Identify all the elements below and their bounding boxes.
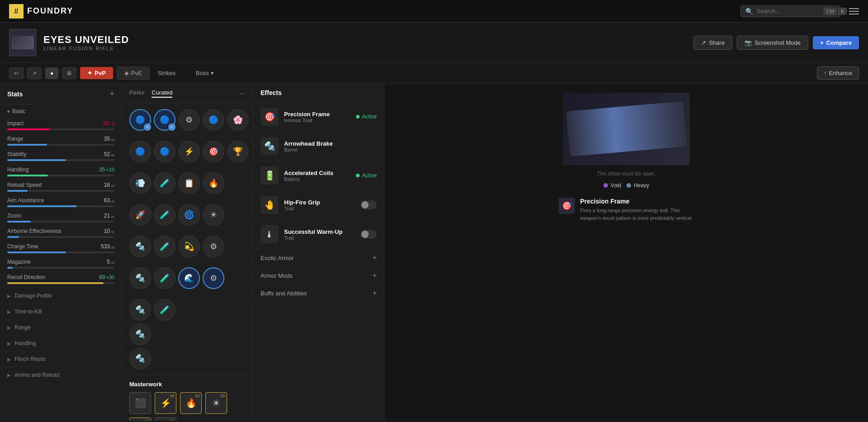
perk-slot[interactable]: 🎯	[203, 141, 224, 162]
toggle-switch[interactable]	[360, 230, 377, 239]
share-button[interactable]: ↗ Share	[693, 36, 732, 50]
perk-slot[interactable]: 🔵	[154, 141, 175, 162]
tab-pvp[interactable]: ✦ PvP	[80, 67, 113, 79]
undo-button[interactable]: ↩	[9, 67, 24, 79]
view-mode-grid[interactable]: ⊞	[62, 67, 76, 79]
perk-detail-name: Precision Frame	[580, 198, 694, 205]
basic-section-toggle[interactable]: ▾ Basic	[0, 104, 122, 119]
toggle-switch[interactable]	[360, 200, 377, 209]
effect-add-icon[interactable]: +	[373, 254, 377, 262]
mw-slot-sun[interactable]: 10☀	[205, 392, 227, 414]
share-tool-button[interactable]: ↗	[27, 67, 42, 79]
pvp-icon: ✦	[87, 70, 92, 76]
view-mode-circle[interactable]: ●	[45, 67, 58, 79]
mw-slot-empty[interactable]: ⬛	[129, 392, 151, 414]
stat-row: Range 35₀₀	[0, 134, 122, 149]
mw-level: 10	[170, 419, 174, 421]
perk-slot[interactable]: 💫	[178, 236, 200, 257]
perk-slot[interactable]: 🔩	[129, 236, 151, 257]
effect-sub: Trait	[284, 206, 355, 211]
stats-header: Stats +	[0, 84, 122, 104]
enhance-button[interactable]: ↑ Enhance	[817, 66, 859, 80]
perk-slot[interactable]: 🔩	[129, 299, 151, 321]
effect-section-buffs-and-abilities[interactable]: Buffs and Abilities +	[253, 284, 384, 302]
perk-slot[interactable]: ⚡	[178, 141, 200, 162]
perk-slot[interactable]: 🚀	[129, 204, 151, 226]
stat-section-time-to-kill[interactable]: ▶Time-to-Kill	[0, 303, 122, 319]
stat-section-range[interactable]: ▶Range	[0, 319, 122, 335]
tab-perks[interactable]: Perks	[129, 89, 144, 98]
tab-pve[interactable]: ◈ PvE	[117, 66, 150, 80]
stat-bar	[7, 282, 114, 284]
mw-level: 10	[220, 394, 225, 398]
stat-row: Stability 52₀₀	[0, 149, 122, 165]
weapon-header: EYES UNVEILED LINEAR FUSION RIFLE ↗ Shar…	[0, 23, 868, 63]
stat-section-flinch-resist[interactable]: ▶Flinch Resist	[0, 351, 122, 367]
effect-sub: Battery	[284, 176, 351, 182]
stat-section-damage-profile[interactable]: ▶Damage Profile	[0, 288, 122, 303]
perk-slot[interactable]: 🔥	[203, 172, 224, 194]
perk-slot[interactable]: 🔵	[203, 109, 224, 131]
perk-slot-selected[interactable]: 🌊	[178, 267, 200, 289]
stats-add-button[interactable]: +	[109, 89, 114, 99]
stat-value: 35+10	[99, 166, 114, 173]
perk-slot[interactable]: 🌸	[227, 109, 249, 131]
tag-heavy: Heavy	[626, 182, 649, 189]
perk-slot[interactable]: 🏆	[227, 141, 249, 162]
screenshot-button[interactable]: 📷 Screenshot Mode	[737, 36, 808, 50]
preview-panel: The show must be seen. Void Heavy 🎯 Prec…	[384, 84, 868, 421]
stat-section-handling[interactable]: ▶Handling	[0, 335, 122, 351]
mw-slot-gear[interactable]: 10🔩	[155, 417, 176, 421]
stat-label: Reload Speed	[7, 182, 42, 188]
effect-section-armor-mods[interactable]: Armor Mods +	[253, 267, 384, 284]
perk-slot[interactable]: 🔵	[154, 109, 175, 131]
mw-slot-bolt[interactable]: 10⚡	[129, 417, 151, 421]
stat-label: Handling	[7, 166, 28, 173]
perk-slot[interactable]: 🔵	[129, 141, 151, 162]
perk-slot[interactable]: ☀	[203, 204, 224, 226]
perk-slot[interactable]: 🧪	[154, 299, 175, 321]
effect-name: Arrowhead Brake	[284, 140, 377, 147]
perk-slot[interactable]: ⚙	[178, 109, 200, 131]
active-badge: Active	[356, 114, 377, 120]
header-actions: ↗ Share 📷 Screenshot Mode + Compare	[693, 36, 859, 50]
perk-slot[interactable]: 🔩	[129, 348, 151, 370]
search-input[interactable]	[757, 8, 820, 14]
perk-slot-selected[interactable]: ⚙	[203, 267, 224, 289]
effect-section-exotic-armor[interactable]: Exotic Armor +	[253, 249, 384, 267]
main-layout: Stats + ▾ Basic Impact 38-3 Range 35₀₀	[0, 84, 868, 421]
stat-bar	[7, 251, 114, 253]
mw-slot-speed[interactable]: 10⚡	[155, 392, 176, 414]
mw-slot-fire[interactable]: 10🔥	[180, 392, 202, 414]
hamburger-menu[interactable]	[849, 8, 859, 14]
stats-title: Stats	[7, 90, 23, 98]
compare-button[interactable]: + Compare	[813, 36, 859, 49]
perk-slot[interactable]: 🔩	[129, 323, 151, 345]
perk-slot[interactable]: 📋	[178, 172, 200, 194]
tab-curated[interactable]: Curated	[152, 89, 172, 98]
perk-slot[interactable]: 🔵	[129, 109, 151, 131]
perk-slot[interactable]: 🔩	[129, 267, 151, 289]
section-label: Handling	[14, 340, 36, 346]
effect-info: Accelerated Coils Battery	[284, 170, 351, 182]
perk-slot[interactable]: 💨	[129, 172, 151, 194]
tab-boss[interactable]: Boss ▾	[191, 67, 218, 79]
perk-slot[interactable]: 🧪	[154, 236, 175, 257]
tab-strikes[interactable]: Strikes	[153, 67, 180, 79]
perk-slot[interactable]: 🌀	[178, 204, 200, 226]
perks-more-button[interactable]: ···	[240, 90, 246, 98]
perk-slot[interactable]: 🧪	[154, 172, 175, 194]
effect-item: 🔋 Accelerated Coils Battery Active	[253, 161, 384, 190]
stat-row: Reload Speed 18₀₀	[0, 180, 122, 195]
stat-row: Magazine 5₀₀	[0, 257, 122, 272]
active-dot	[356, 115, 360, 119]
perk-slot[interactable]: 🧪	[154, 204, 175, 226]
stat-section-ammo-and-reload[interactable]: ▶Ammo and Reload	[0, 367, 122, 383]
stat-rows: Impact 38-3 Range 35₀₀ Stability	[0, 119, 122, 242]
search-bar[interactable]: 🔍 Ctrl K	[740, 5, 840, 17]
perk-slot[interactable]: ⚙	[203, 236, 224, 257]
perk-slot[interactable]: 🧪	[154, 267, 175, 289]
effect-add-icon[interactable]: +	[373, 271, 377, 280]
stat-bar	[7, 128, 114, 130]
effect-add-icon[interactable]: +	[373, 289, 377, 297]
